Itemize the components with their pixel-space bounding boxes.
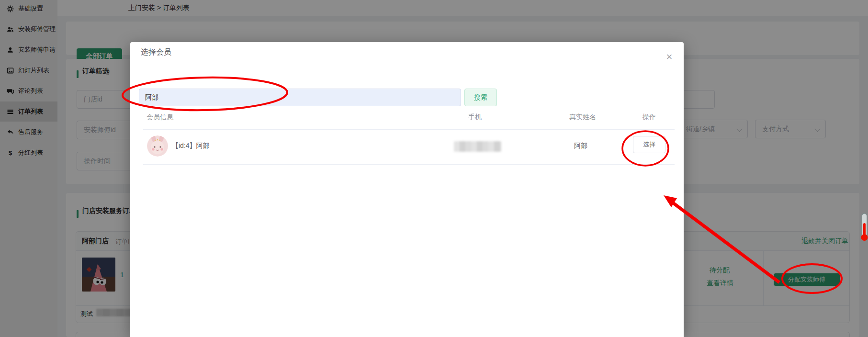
app-window: 上门安装 > 订单列表 基础设置 安装师傅管理 安装师傅申请 幻灯片列表 评论列… [0,0,868,337]
column-header-realname: 真实姓名 [559,113,607,122]
member-name-cell: 【id:4】阿部 [172,142,210,150]
table-header-divider [143,129,675,130]
member-realname-cell: 阿部 [557,142,605,150]
member-phone-redacted [454,141,501,152]
member-avatar [147,135,168,157]
column-header-phone: 手机 [461,113,489,122]
close-icon[interactable]: × [663,51,676,64]
member-search-input[interactable] [139,89,461,106]
select-member-button[interactable]: 选择 [633,136,665,153]
dialog-title: 选择会员 [141,47,171,57]
table-row-divider [143,164,675,165]
column-header-member: 会员信息 [147,113,173,122]
column-header-action: 操作 [630,113,668,122]
select-member-dialog: 选择会员 × 搜索 会员信息 手机 真实姓名 操作 [130,42,684,337]
search-button[interactable]: 搜索 [464,89,497,106]
